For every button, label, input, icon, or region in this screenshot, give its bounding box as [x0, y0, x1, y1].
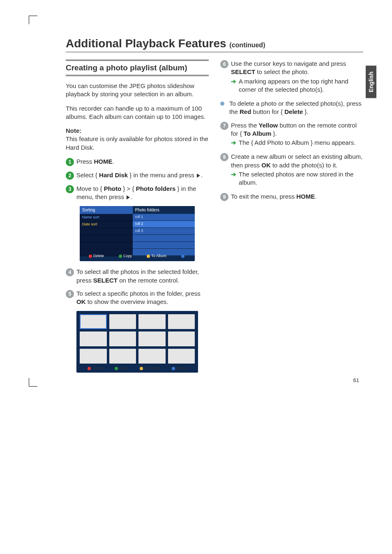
section-heading: Creating a photo playlist (album) — [66, 63, 209, 72]
right-triangle-icon — [197, 174, 200, 178]
step-7-arrow-text: The { Add Photo to Album } menu appears. — [239, 139, 355, 147]
step-2-text-b: } in the menu and press — [128, 172, 196, 178]
right-triangle-icon — [127, 195, 130, 199]
blue-dot-icon — [172, 367, 175, 370]
step-1-text-a: Press — [76, 158, 94, 165]
step-number-3: 3 — [66, 185, 74, 193]
step-3-text-a: Move to { — [76, 185, 104, 192]
arrow-icon: ➔ — [231, 170, 236, 178]
thumbnail-cell — [109, 314, 136, 329]
red-dot-icon — [89, 255, 92, 258]
step-number-1: 1 — [66, 158, 74, 166]
page-title-suffix: (continued) — [229, 42, 265, 49]
step-1: 1 Press HOME. — [66, 158, 209, 166]
step-5: 5 To select a specific photos in the fol… — [66, 290, 209, 306]
step-7-yellow: Yellow — [259, 122, 278, 129]
page-number: 61 — [353, 377, 359, 383]
intro-paragraph-1: You can customise the JPEG photos slides… — [66, 82, 209, 99]
title-rule — [66, 52, 363, 52]
step-4: 4 To select all the photos in the select… — [66, 268, 209, 285]
thumbnail-cell — [168, 314, 195, 329]
note-label: Note: — [66, 127, 81, 134]
shot1-btn-blank — [181, 254, 186, 258]
shot1-left-row: Name sort — [80, 214, 133, 221]
step-6-text-a: Use the cursor keys to navigate and pres… — [231, 60, 346, 67]
arrow-icon: ➔ — [231, 77, 236, 86]
thumbnail-cell — [138, 314, 166, 329]
shot1-left-row — [80, 235, 133, 242]
step-2-text-a: Select { — [76, 172, 99, 178]
shot2-btn-toalbum: To Album — [140, 366, 159, 370]
blue-dot-icon — [181, 255, 184, 258]
step-number-9: 9 — [220, 193, 228, 201]
step-6-text-b: to select the photo. — [255, 68, 309, 75]
shot1-right-row: roll 1 — [133, 214, 195, 221]
shot2-btn-delete: Delete — [88, 366, 103, 370]
step-7-text-c: }. — [271, 130, 277, 137]
page-title-main: Additional Playback Features — [66, 37, 226, 50]
step-8-ok: OK — [261, 162, 271, 169]
step-3: 3 Move to { Photo } > { Photo folders } … — [66, 185, 209, 202]
step-7-toalbum: To Album — [244, 130, 272, 137]
shot2-btn-rotate: Rotate — [172, 366, 187, 370]
step-1-text-b: . — [113, 158, 114, 165]
screenshot-overview-grid: Delete Copy To Album Rotate — [76, 311, 198, 373]
shot1-right-row — [133, 235, 195, 242]
step-6-select: SELECT — [231, 68, 255, 75]
step-number-8: 8 — [220, 153, 228, 161]
step-2-harddisk: Hard Disk — [99, 172, 128, 178]
step-3-photo: Photo — [104, 185, 122, 192]
step-8-text-b: to add the photo(s) to it. — [271, 162, 338, 169]
thumbnail-cell — [80, 349, 107, 364]
shot1-left-row: Date sort — [80, 221, 133, 228]
step-number-2: 2 — [66, 172, 74, 180]
step-number-7: 7 — [220, 122, 228, 130]
thumbnail-cell — [168, 331, 195, 346]
bullet-text-b: button for { — [251, 108, 284, 115]
step-8-arrow-text: The selected photos are now stored in th… — [239, 170, 363, 187]
yellow-dot-icon — [140, 367, 143, 370]
shot1-btn-toalbum: To Album — [147, 254, 166, 258]
step-8: 8 Create a new album or select an existi… — [220, 153, 363, 188]
thumbnail-cell — [138, 349, 166, 364]
thumbnail-cell — [109, 331, 136, 346]
step-number-5: 5 — [66, 290, 74, 298]
shot1-right-row: roll 3 — [133, 228, 195, 235]
step-number-4: 4 — [66, 268, 74, 276]
yellow-dot-icon — [147, 255, 150, 258]
intro-paragraph-2: This recorder can handle up to a maximum… — [66, 104, 209, 121]
red-dot-icon — [88, 367, 91, 370]
step-6-arrow-text: A marking appears on the top right hand … — [239, 77, 363, 94]
step-7: 7 Press the Yellow button on the remote … — [220, 121, 363, 148]
step-3-text-d: . — [131, 193, 132, 200]
step-3-photofolders: Photo folders — [136, 185, 176, 192]
shot1-right-header: Photo folders — [133, 206, 195, 214]
step-5-text-b: to show the overview images. — [86, 298, 168, 305]
page-title: Additional Playback Features (continued) — [66, 37, 363, 50]
step-7-text-a: Press the — [231, 122, 259, 129]
step-2: 2 Select { Hard Disk } in the menu and p… — [66, 171, 209, 180]
language-tab: English — [366, 66, 376, 98]
thumbnail-cell — [80, 331, 107, 346]
shot2-btn-copy: Copy — [115, 366, 128, 370]
bullet-dot-icon — [220, 102, 224, 106]
section-heading-box: Creating a photo playlist (album) — [66, 60, 209, 76]
step-5-text-a: To select a specific photos in the folde… — [76, 290, 201, 297]
step-6: 6 Use the cursor keys to navigate and pr… — [220, 60, 363, 95]
bullet-delete: To delete a photo or the selected photo(… — [220, 100, 363, 116]
green-dot-icon — [115, 367, 118, 370]
crop-mark-top-left — [29, 16, 37, 24]
step-number-6: 6 — [220, 60, 228, 68]
bullet-text-c: }. — [303, 108, 308, 115]
shot1-left-row — [80, 242, 133, 249]
thumbnail-cell — [109, 349, 136, 364]
step-4-text-b: on the remote control. — [118, 277, 179, 284]
screenshot-photo-folders: Sorting Name sort Date sort Photo folder… — [80, 206, 195, 261]
shot1-left-header: Sorting — [80, 206, 133, 214]
bullet-delete-kw: Delete — [284, 108, 303, 115]
step-5-ok: OK — [76, 298, 86, 305]
shot1-btn-delete: Delete — [89, 254, 104, 258]
green-dot-icon — [119, 255, 122, 258]
shot1-right-row: roll 2 — [133, 221, 195, 228]
step-4-select: SELECT — [93, 277, 118, 284]
